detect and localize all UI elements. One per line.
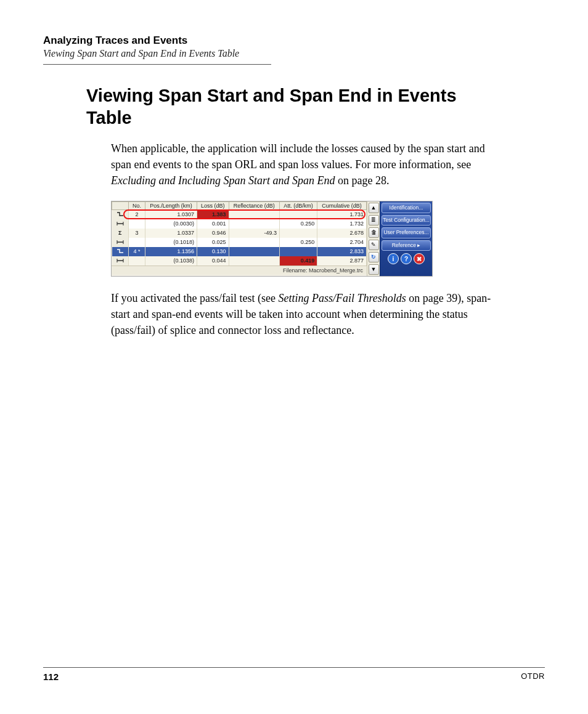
paragraph-2: If you activated the pass/fail test (see… xyxy=(111,290,505,338)
cell-refl xyxy=(229,219,279,229)
cell-pos: 1.0307 xyxy=(145,209,197,219)
cell-att xyxy=(279,229,317,238)
table-row[interactable]: 2 1.0307 1.383 1.731 xyxy=(112,209,367,219)
events-header-row: No. Pos./Length (km) Loss (dB) Reflectan… xyxy=(112,201,367,209)
paragraph-1: When applicable, the application will in… xyxy=(111,140,505,189)
col-refl[interactable]: Reflectance (dB) xyxy=(229,201,279,209)
reference-button[interactable]: Reference ▸ xyxy=(382,240,431,251)
table-row-selected[interactable]: 4 * 1.1356 0.130 2.833 xyxy=(112,247,367,256)
events-table-screenshot: No. Pos./Length (km) Loss (dB) Reflectan… xyxy=(111,201,433,277)
cell-pos: (0.0030) xyxy=(145,219,197,229)
sigma-icon: Σ xyxy=(112,229,129,238)
cell-pos: 1.0337 xyxy=(145,229,197,238)
splice-icon xyxy=(112,247,129,256)
cell-att xyxy=(279,209,317,219)
cell-loss: 0.001 xyxy=(197,219,229,229)
section-icon xyxy=(112,219,129,229)
cell-no xyxy=(129,219,145,229)
running-subtitle: Viewing Span Start and Span End in Event… xyxy=(43,48,545,59)
cell-loss: 0.130 xyxy=(197,247,229,256)
col-att[interactable]: Att. (dB/km) xyxy=(279,201,317,209)
table-row[interactable]: Σ 3 1.0337 0.946 -49.3 2.678 xyxy=(112,229,367,238)
table-tool-column: ▲ ≣ 🗑 ✎ ↻ ▼ xyxy=(367,201,380,276)
scroll-down-button[interactable]: ▼ xyxy=(369,264,379,275)
cell-loss: 0.946 xyxy=(197,229,229,238)
cell-refl xyxy=(229,247,279,256)
col-loss[interactable]: Loss (dB) xyxy=(197,201,229,209)
cell-pos: (0.1038) xyxy=(145,256,197,266)
table-row[interactable]: (0.1018) 0.025 0.250 2.704 xyxy=(112,238,367,247)
splice-icon xyxy=(112,209,129,219)
cell-no: 4 * xyxy=(129,247,145,256)
scroll-up-button[interactable]: ▲ xyxy=(369,203,379,213)
close-icon[interactable]: ✖ xyxy=(414,253,425,264)
detail-button[interactable]: ≣ xyxy=(369,215,379,225)
user-preferences-button[interactable]: User Preferences... xyxy=(382,227,431,238)
cell-att xyxy=(279,247,317,256)
cell-refl xyxy=(229,238,279,247)
cell-cum: 2.833 xyxy=(317,247,367,256)
cell-no: 2 xyxy=(129,209,145,219)
cell-pos: 1.1356 xyxy=(145,247,197,256)
delete-button[interactable]: 🗑 xyxy=(369,227,379,238)
cell-cum: 2.704 xyxy=(317,238,367,247)
col-pos[interactable]: Pos./Length (km) xyxy=(145,201,197,209)
test-configuration-button[interactable]: Test Configuration... xyxy=(382,215,431,225)
refresh-button[interactable]: ↻ xyxy=(369,252,379,262)
para2-text-a: If you activated the pass/fail test (see xyxy=(111,292,278,304)
cell-no xyxy=(129,256,145,266)
cell-pos: (0.1018) xyxy=(145,238,197,247)
help-icon[interactable]: ? xyxy=(401,253,412,264)
cell-refl: -49.3 xyxy=(229,229,279,238)
page-number: 112 xyxy=(43,671,59,682)
chapter-title: Analyzing Traces and Events xyxy=(43,34,545,47)
edit-button[interactable]: ✎ xyxy=(369,240,379,250)
col-cum[interactable]: Cumulative (dB) xyxy=(317,201,367,209)
section-heading: Viewing Span Start and Span End in Event… xyxy=(86,84,481,129)
cell-loss: 0.044 xyxy=(197,256,229,266)
side-panel: Identification... Test Configuration... … xyxy=(380,201,432,276)
cell-att-fail: 0.419 xyxy=(279,256,317,266)
cell-refl xyxy=(229,256,279,266)
cell-cum: 2.877 xyxy=(317,256,367,266)
cell-no xyxy=(129,238,145,247)
col-no[interactable]: No. xyxy=(129,201,145,209)
events-table: No. Pos./Length (km) Loss (dB) Reflectan… xyxy=(112,201,367,266)
cell-loss: 0.025 xyxy=(197,238,229,247)
para1-ref: Excluding and Including Span Start and S… xyxy=(111,174,335,187)
cell-att: 0.250 xyxy=(279,238,317,247)
header-rule xyxy=(43,64,271,65)
cell-refl xyxy=(229,209,279,219)
section-icon xyxy=(112,238,129,247)
cell-cum: 1.732 xyxy=(317,219,367,229)
cell-cum: 2.678 xyxy=(317,229,367,238)
table-row[interactable]: (0.0030) 0.001 0.250 1.732 xyxy=(112,219,367,229)
para1-text-a: When applicable, the application will in… xyxy=(111,142,485,171)
page-footer: 112 OTDR xyxy=(43,667,545,682)
section-icon xyxy=(112,256,129,266)
filename-bar: Filename: Macrobend_Merge.trc xyxy=(112,266,367,275)
cell-loss-fail: 1.383 xyxy=(197,209,229,219)
cell-no: 3 xyxy=(129,229,145,238)
footer-label: OTDR xyxy=(521,671,545,682)
info-icon[interactable]: i xyxy=(388,253,399,264)
table-row[interactable]: (0.1038) 0.044 0.419 2.877 xyxy=(112,256,367,266)
para2-ref: Setting Pass/Fail Thresholds xyxy=(278,292,406,304)
cell-att: 0.250 xyxy=(279,219,317,229)
footer-rule xyxy=(43,667,545,668)
identification-button[interactable]: Identification... xyxy=(382,203,431,213)
para1-text-b: on page 28. xyxy=(335,174,389,187)
cell-cum: 1.731 xyxy=(317,209,367,219)
